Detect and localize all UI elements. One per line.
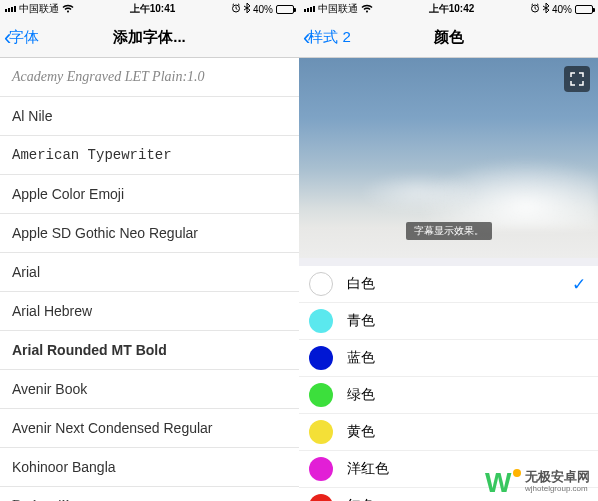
color-item-cyan[interactable]: 青色 [299,303,598,340]
battery-icon [575,5,593,14]
nav-bar: ‹ 样式 2 颜色 [299,18,598,58]
color-list: 白色 ✓ 青色 蓝色 绿色 黄色 洋红色 红色 [299,266,598,501]
color-swatch [309,272,333,296]
alarm-icon [530,3,540,15]
back-label: 样式 2 [308,28,351,47]
color-item-blue[interactable]: 蓝色 [299,340,598,377]
subtitle-demo: 字幕显示效果。 [406,222,492,240]
signal-icon [5,6,16,12]
font-list: Academy Engraved LET Plain:1.0 Al Nile A… [0,58,299,501]
wifi-icon [62,4,74,15]
signal-icon [304,6,315,12]
color-swatch [309,494,333,501]
font-item[interactable]: Avenir Book [0,370,299,409]
color-swatch [309,383,333,407]
nav-bar: ‹ 字体 添加字体... [0,18,299,58]
color-item-green[interactable]: 绿色 [299,377,598,414]
phone-right: 中国联通 上午10:42 40% ‹ 样式 2 颜色 字幕显 [299,0,598,501]
alarm-icon [231,3,241,15]
bluetooth-icon [543,3,549,15]
font-item[interactable]: Apple SD Gothic Neo Regular [0,214,299,253]
wifi-icon [361,4,373,15]
back-label: 字体 [9,28,39,47]
battery-percent: 40% [253,4,273,15]
preview-pane: 字幕显示效果。 [299,58,598,258]
checkmark-icon: ✓ [572,274,586,295]
color-swatch [309,420,333,444]
back-button[interactable]: ‹ 字体 [0,27,39,49]
color-label: 洋红色 [347,460,586,478]
color-item-white[interactable]: 白色 ✓ [299,266,598,303]
font-item[interactable]: Kohinoor Bangla [0,448,299,487]
color-item-magenta[interactable]: 洋红色 [299,451,598,488]
status-time: 上午10:41 [130,2,176,16]
color-swatch [309,309,333,333]
bluetooth-icon [244,3,250,15]
expand-button[interactable] [564,66,590,92]
font-item[interactable]: Al Nile [0,97,299,136]
font-item[interactable]: Arial Rounded MT Bold [0,331,299,370]
color-item-yellow[interactable]: 黄色 [299,414,598,451]
font-item[interactable]: Arial Hebrew [0,292,299,331]
font-item[interactable]: American Typewriter [0,136,299,175]
status-bar: 中国联通 上午10:41 40% [0,0,299,18]
font-item[interactable]: Baskerville [0,487,299,501]
phone-left: 中国联通 上午10:41 40% ‹ 字体 添加字体... Academy En… [0,0,299,501]
color-swatch [309,457,333,481]
color-label: 红色 [347,497,586,501]
color-label: 绿色 [347,386,586,404]
page-title: 添加字体... [113,28,186,47]
status-bar: 中国联通 上午10:42 40% [299,0,598,18]
color-label: 蓝色 [347,349,586,367]
back-button[interactable]: ‹ 样式 2 [299,27,351,49]
font-item[interactable]: Apple Color Emoji [0,175,299,214]
status-time: 上午10:42 [429,2,475,16]
carrier-label: 中国联通 [19,2,59,16]
page-title: 颜色 [434,28,464,47]
battery-percent: 40% [552,4,572,15]
carrier-label: 中国联通 [318,2,358,16]
font-item[interactable]: Arial [0,253,299,292]
color-label: 黄色 [347,423,586,441]
color-swatch [309,346,333,370]
color-label: 白色 [347,275,572,293]
section-gap [299,258,598,266]
expand-icon [570,72,584,86]
battery-icon [276,5,294,14]
font-item[interactable]: Academy Engraved LET Plain:1.0 [0,58,299,97]
font-item[interactable]: Avenir Next Condensed Regular [0,409,299,448]
color-item-red[interactable]: 红色 [299,488,598,501]
color-label: 青色 [347,312,586,330]
